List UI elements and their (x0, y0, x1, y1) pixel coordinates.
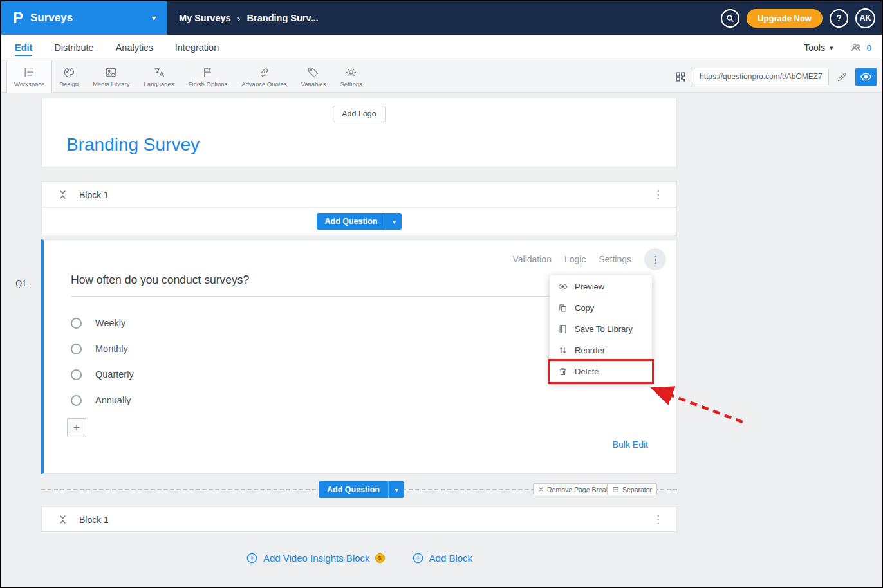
block-header: Block 1 ⋮ (41, 506, 677, 532)
help-button[interactable]: ? (830, 9, 848, 28)
survey-header-card: Add Logo Branding Survey (41, 98, 677, 167)
toolbar-item-variables[interactable]: Variables (294, 60, 333, 93)
toolbar-item-advance-quotas[interactable]: Advance Quotas (234, 60, 293, 93)
upgrade-button[interactable]: Upgrade Now (747, 9, 823, 28)
validation-link[interactable]: Validation (512, 254, 551, 264)
remove-page-break-button[interactable]: Remove Page Break (533, 483, 615, 495)
trash-icon (558, 367, 568, 376)
add-video-insights-block-button[interactable]: Add Video Insights Block $ (246, 552, 385, 564)
toolbar-item-label: Media Library (93, 80, 130, 87)
question-context-menu: Preview Copy Save To Library Reorder Del… (550, 275, 652, 383)
separator-button[interactable]: Separator (607, 483, 657, 495)
editor-toolbar: Workspace Design Media Library Languages… (1, 60, 882, 93)
question-options-button[interactable]: ⋮ (644, 248, 666, 270)
collapse-block-icon[interactable] (57, 514, 68, 525)
option-label[interactable]: Weekly (95, 318, 125, 328)
toolbar-item-settings[interactable]: Settings (333, 60, 369, 93)
avatar[interactable]: AK (855, 8, 875, 28)
menu-item-preview[interactable]: Preview (550, 276, 652, 297)
breadcrumb-current-survey: Branding Surv... (247, 13, 319, 23)
toolbar-item-media-library[interactable]: Media Library (86, 60, 137, 93)
add-question-split-button: Add Question ▾ (319, 481, 404, 498)
product-switcher[interactable]: P Surveys ▾ (1, 1, 167, 35)
radio-button[interactable] (71, 369, 82, 380)
product-name: Surveys (30, 12, 73, 24)
option-row: Monthly (71, 336, 134, 362)
option-label[interactable]: Quarterly (95, 369, 134, 380)
tools-menu[interactable]: Tools ▾ (804, 42, 833, 53)
eye-icon (558, 282, 568, 291)
collaborators-indicator[interactable]: 0 (850, 42, 871, 53)
toolbar-right (675, 60, 877, 93)
tab-analytics[interactable]: Analytics (116, 35, 153, 60)
block-header: Block 1 ⋮ (41, 181, 677, 207)
toolbar-item-label: Design (59, 80, 79, 87)
option-label[interactable]: Annually (95, 395, 131, 405)
add-question-strip: Add Question ▾ (41, 207, 677, 235)
premium-coin-icon: $ (375, 553, 385, 563)
separator-icon (612, 486, 619, 493)
menu-item-reorder[interactable]: Reorder (550, 340, 652, 361)
translate-icon (153, 66, 165, 78)
collapse-block-icon[interactable] (57, 189, 68, 200)
survey-url-input[interactable] (694, 68, 829, 86)
circle-plus-icon (412, 552, 424, 564)
block-name[interactable]: Block 1 (79, 190, 109, 200)
add-question-button[interactable]: Add Question (319, 481, 388, 498)
toolbar-item-workspace[interactable]: Workspace (6, 60, 52, 93)
tab-edit[interactable]: Edit (15, 35, 32, 60)
menu-item-label: Save To Library (575, 324, 633, 334)
menu-item-save-to-library[interactable]: Save To Library (550, 318, 652, 340)
flag-icon (201, 66, 214, 78)
option-row: Quarterly (71, 362, 134, 387)
add-question-dropdown-button[interactable]: ▾ (388, 481, 404, 498)
block-options-button[interactable]: ⋮ (653, 187, 664, 203)
question-number: Q1 (15, 279, 26, 288)
topbar-actions: Upgrade Now ? AK (721, 1, 875, 35)
menu-item-label: Preview (575, 282, 604, 291)
block-options-button[interactable]: ⋮ (653, 512, 664, 528)
section-tabs-bar: Edit Distribute Analytics Integration To… (1, 35, 882, 60)
tab-distribute[interactable]: Distribute (54, 35, 93, 60)
people-icon (850, 42, 862, 53)
toolbar-item-label: Variables (301, 80, 326, 87)
breadcrumb-my-surveys[interactable]: My Surveys (179, 13, 231, 23)
add-question-dropdown-button[interactable]: ▾ (386, 213, 402, 230)
eye-icon (860, 71, 872, 83)
toolbar-item-languages[interactable]: Languages (136, 60, 181, 93)
survey-editor-screen: P Surveys ▾ My Surveys › Branding Surv..… (0, 0, 883, 588)
toolbar-item-label: Finish Options (189, 80, 228, 87)
bulk-edit-link[interactable]: Bulk Edit (613, 439, 648, 450)
add-logo-button[interactable]: Add Logo (333, 106, 386, 122)
menu-item-copy[interactable]: Copy (550, 297, 652, 318)
settings-link[interactable]: Settings (599, 254, 631, 264)
breadcrumb: My Surveys › Branding Surv... (179, 1, 319, 35)
survey-title[interactable]: Branding Survey (66, 134, 200, 155)
circle-plus-icon (246, 552, 258, 564)
menu-item-label: Delete (575, 367, 599, 376)
add-block-button[interactable]: Add Block (412, 552, 473, 564)
option-label[interactable]: Monthly (95, 344, 128, 354)
gear-icon (345, 66, 357, 78)
tabs-right-actions: Tools ▾ 0 (804, 35, 871, 60)
edit-url-pencil-icon[interactable] (837, 71, 848, 82)
toolbar-item-design[interactable]: Design (52, 60, 86, 93)
logic-link[interactable]: Logic (564, 254, 586, 264)
radio-button[interactable] (71, 318, 82, 329)
question-text[interactable]: How often do you conduct surveys? (71, 273, 249, 287)
add-question-button[interactable]: Add Question (317, 213, 386, 230)
menu-item-label: Copy (575, 303, 594, 313)
add-option-button[interactable]: + (67, 418, 86, 437)
preview-survey-button[interactable] (855, 68, 877, 86)
radio-button[interactable] (71, 395, 82, 406)
toolbar-item-label: Settings (340, 80, 362, 87)
remove-page-break-label: Remove Page Break (547, 486, 609, 493)
toolbar-item-finish-options[interactable]: Finish Options (181, 60, 235, 93)
tab-integration[interactable]: Integration (175, 35, 219, 60)
qr-code-icon[interactable] (675, 71, 686, 82)
radio-button[interactable] (71, 344, 82, 354)
menu-item-delete[interactable]: Delete (550, 361, 652, 382)
question-text-underline (71, 296, 622, 297)
block-name[interactable]: Block 1 (79, 515, 109, 525)
search-button[interactable] (721, 9, 739, 28)
